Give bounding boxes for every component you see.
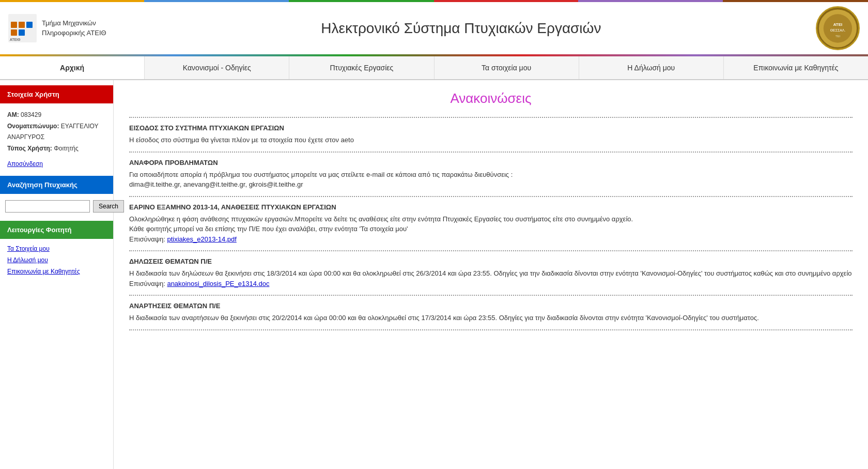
logo-line1: Τμήμα Μηχανικών (42, 19, 106, 28)
page-title: Ανακοινώσεις (129, 90, 853, 107)
announcement-5-body: Η διαδικασία των αναρτήσεων θα ξεκινήσει… (129, 313, 853, 323)
navigation: Αρχική Κανονισμοί - Οδηγίες Πτυχιακές Ερ… (0, 56, 868, 80)
divider-top (129, 117, 853, 118)
attachment-link-1[interactable]: ptixiakes_e2013-14.pdf (167, 235, 236, 243)
announcement-4-body: Η διαδικασία των δηλώσεων θα ξεκινήσει σ… (129, 268, 853, 289)
svg-text:ΘΕΣΣΑΛ.: ΘΕΣΣΑΛ. (830, 28, 846, 32)
content-wrapper: Στοιχεία Χρήστη ΑΜ: 083429 Ονοματεπώνυμο… (0, 80, 868, 469)
divider-1 (129, 152, 853, 153)
svg-text:ΑΤΕΙ: ΑΤΕΙ (833, 22, 842, 27)
announcement-2-body: Για οποιαδήποτε απορία ή πρόβλημα του συ… (129, 170, 853, 190)
announcement-4: ΔΗΛΩΣΕΙΣ ΘΕΜΑΤΩΝ Π/Ε Η διαδικασία των δη… (129, 258, 853, 289)
attachment-link-2[interactable]: anakoinosi_dilosis_PE_e1314.doc (167, 280, 269, 288)
divider-4 (129, 295, 853, 296)
user-type-value: Φοιτητής (54, 145, 79, 152)
user-type: Τύπος Χρήστη: Φοιτητής (7, 143, 106, 155)
search-row: Search (0, 198, 113, 215)
divider-3 (129, 250, 853, 251)
svg-rect-1 (11, 22, 17, 28)
user-am: ΑΜ: 083429 (7, 110, 106, 121)
user-type-label: Τύπος Χρήστη: (7, 145, 52, 152)
divider-2 (129, 196, 853, 197)
user-section-title: Στοιχεία Χρήστη (0, 85, 113, 103)
nav-item-my-info[interactable]: Τα στοιχεία μου (435, 56, 579, 79)
institution-logo: ΑΤΕΙ ΘΕΣΣΑΛ. ΤΕΙ (816, 6, 860, 50)
nav-item-declaration[interactable]: Η Δήλωσή μου (579, 56, 724, 79)
am-value: 083429 (21, 111, 41, 118)
nav-item-rules[interactable]: Κανονισμοί - Οδηγίες (145, 56, 289, 79)
fullname-label: Ονοματεπώνυμο: (7, 123, 59, 130)
svg-text:ΑΤΕΙΘ: ΑΤΕΙΘ (10, 38, 21, 41)
am-label: ΑΜ: (7, 111, 19, 118)
user-info: ΑΜ: 083429 Ονοματεπώνυμο: ΕΥΑΓΓΕΛΙΟΥ ΑΝΑ… (0, 108, 113, 156)
announcement-3-body: Ολοκληρώθηκε η φάση ανάθεσης πτυχιακών ε… (129, 214, 853, 245)
announcement-2: ΑΝΑΦΟΡΑ ΠΡΟΒΛΗΜΑΤΩΝ Για οποιαδήποτε απορ… (129, 159, 853, 190)
svg-rect-2 (19, 22, 25, 28)
site-title: Ηλεκτρονικό Σύστημα Πτυχιακών Εργασιών (106, 20, 816, 37)
svg-text:ΤΕΙ: ΤΕΙ (835, 34, 841, 37)
divider-5 (129, 329, 853, 330)
logout-link[interactable]: Αποσύνδεση (0, 158, 113, 170)
user-fullname: Ονοματεπώνυμο: ΕΥΑΓΓΕΛΙΟΥ ΑΝΑΡΓΥΡΟΣ (7, 121, 106, 143)
announcement-5: ΑΝΑΡΤΗΣΕΙΣ ΘΕΜΑΤΩΝ Π/Ε Η διαδικασία των … (129, 302, 853, 323)
nav-item-theses[interactable]: Πτυχιακές Εργασίες (289, 56, 434, 79)
sidebar: Στοιχεία Χρήστη ΑΜ: 083429 Ονοματεπώνυμο… (0, 80, 114, 469)
announcement-1-title: ΕΙΣΟΔΟΣ ΣΤΟ ΣΥΣΤΗΜΑ ΠΤΥΧΙΑΚΩΝ ΕΡΓΑΣΙΩΝ (129, 124, 853, 132)
header: ΑΤΕΙΘ Τμήμα Μηχανικών Πληροφορικής ΑΤΕΙΘ… (0, 2, 868, 56)
svg-rect-5 (26, 22, 33, 28)
announcement-4-title: ΔΗΛΩΣΕΙΣ ΘΕΜΑΤΩΝ Π/Ε (129, 258, 853, 265)
svg-rect-3 (11, 29, 17, 36)
nav-item-home[interactable]: Αρχική (0, 56, 145, 79)
functions-section-title: Λειτουργίες Φοιτητή (0, 221, 113, 239)
logo-text: Τμήμα Μηχανικών Πληροφορικής ΑΤΕΙΘ (42, 19, 106, 37)
search-input[interactable] (5, 200, 90, 213)
announcement-1: ΕΙΣΟΔΟΣ ΣΤΟ ΣΥΣΤΗΜΑ ΠΤΥΧΙΑΚΩΝ ΕΡΓΑΣΙΩΝ Η… (129, 124, 853, 145)
announcement-1-body: Η είσοδος στο σύστημα θα γίνεται πλέον μ… (129, 135, 853, 145)
svg-rect-4 (19, 29, 25, 36)
announcement-5-title: ΑΝΑΡΤΗΣΕΙΣ ΘΕΜΑΤΩΝ Π/Ε (129, 302, 853, 310)
logo-line2: Πληροφορικής ΑΤΕΙΘ (42, 28, 106, 38)
logo-area: ΑΤΕΙΘ Τμήμα Μηχανικών Πληροφορικής ΑΤΕΙΘ (8, 14, 106, 42)
nav-item-contact[interactable]: Επικοινωνία με Καθηγητές (724, 56, 868, 79)
main-content: Ανακοινώσεις ΕΙΣΟΔΟΣ ΣΤΟ ΣΥΣΤΗΜΑ ΠΤΥΧΙΑΚ… (114, 80, 868, 469)
sidebar-link-my-details[interactable]: Τα Στοιχεία μου (0, 243, 113, 254)
department-logo-icon: ΑΤΕΙΘ (8, 14, 37, 42)
announcement-3: ΕΑΡΙΝΟ ΕΞΑΜΗΝΟ 2013-14, ΑΝΑΘΕΣΕΙΣ ΠΤΥΧΙΑ… (129, 203, 853, 245)
announcement-2-title: ΑΝΑΦΟΡΑ ΠΡΟΒΛΗΜΑΤΩΝ (129, 159, 853, 167)
announcement-3-title: ΕΑΡΙΝΟ ΕΞΑΜΗΝΟ 2013-14, ΑΝΑΘΕΣΕΙΣ ΠΤΥΧΙΑ… (129, 203, 853, 211)
search-section-title: Αναζήτηση Πτυχιακής (0, 176, 113, 194)
sidebar-link-my-declaration[interactable]: Η Δήλωσή μου (0, 254, 113, 266)
institution-logo-icon: ΑΤΕΙ ΘΕΣΣΑΛ. ΤΕΙ (817, 8, 858, 49)
sidebar-link-contact[interactable]: Επικοινωνία με Καθηγητές (0, 266, 113, 277)
